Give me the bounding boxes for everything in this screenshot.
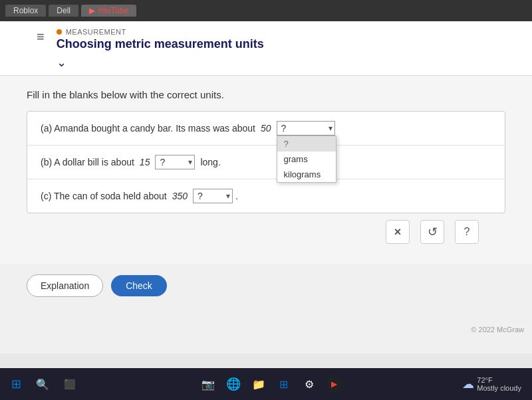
- dropdown-option-kilograms[interactable]: kilograms: [277, 167, 336, 182]
- unit-select-wrapper-b[interactable]: ? cm m km mm: [155, 155, 195, 169]
- question-row-a: (a) Amanda bought a candy bar. Its mass …: [27, 112, 505, 146]
- taskview-button[interactable]: ⬛: [59, 373, 80, 395]
- media-icon: ▶: [327, 376, 342, 392]
- explanation-button[interactable]: Explanation: [27, 274, 103, 297]
- camera-button[interactable]: 📷: [198, 373, 219, 395]
- search-icon: 🔍: [36, 378, 49, 391]
- weather-condition: Mostly cloudy: [477, 384, 521, 392]
- help-button[interactable]: ?: [455, 220, 479, 244]
- store-button[interactable]: ⊞: [273, 373, 295, 395]
- temperature: 72°F: [477, 376, 492, 384]
- main-content: ≡ MEASUREMENT Choosing metric measuremen…: [0, 21, 532, 353]
- unit-select-wrapper-a[interactable]: ? grams kilograms ? grams kilograms: [277, 121, 335, 136]
- unit-select-a[interactable]: ? grams kilograms: [277, 121, 335, 136]
- camera-icon: 📷: [201, 378, 215, 391]
- dropdown-open-a: ? grams kilograms: [277, 136, 336, 183]
- dropdown-option-placeholder[interactable]: ?: [277, 136, 336, 151]
- questions-box: (a) Amanda bought a candy bar. Its mass …: [27, 111, 505, 213]
- windows-icon: ⊞: [11, 377, 21, 391]
- close-button[interactable]: ×: [386, 220, 410, 244]
- category-label: MEASUREMENT: [57, 28, 519, 36]
- question-row-b: (b) A dollar bill is about 15 ? cm m km …: [27, 146, 505, 179]
- taskbar-right: ☁ 72°F Mostly cloudy: [462, 376, 527, 392]
- files-button[interactable]: 📁: [248, 373, 269, 395]
- copyright-text: © 2022 McGraw: [471, 326, 524, 334]
- search-button[interactable]: 🔍: [32, 373, 53, 395]
- undo-button[interactable]: ↺: [420, 220, 444, 244]
- category-dot: [57, 29, 62, 35]
- settings-icon: ⚙: [305, 378, 314, 391]
- hamburger-icon[interactable]: ≡: [37, 29, 45, 44]
- question-text-a: (a) Amanda bought a candy bar. Its mass …: [41, 121, 335, 136]
- question-text-c: (c) The can of soda held about 350 ? mL …: [41, 189, 238, 203]
- tab-youtube[interactable]: ▶ YouTube: [81, 5, 136, 17]
- media-button[interactable]: ▶: [324, 373, 345, 395]
- start-button[interactable]: ⊞: [5, 373, 27, 395]
- taskbar: ⊞ 🔍 ⬛ 📷 🌐 📁 ⊞ ⚙ ▶ ☁ 72°F Mostl: [0, 368, 532, 400]
- question-row-c: (c) The can of soda held about 350 ? mL …: [27, 179, 505, 213]
- unit-select-wrapper-c[interactable]: ? mL L: [193, 189, 233, 203]
- youtube-icon: ▶: [89, 6, 95, 15]
- weather-info: 72°F Mostly cloudy: [477, 376, 521, 392]
- tab-roblox[interactable]: Roblox: [5, 5, 46, 17]
- question-area: Fill in the blanks below with the correc…: [0, 76, 532, 264]
- unit-select-b[interactable]: ? cm m km mm: [155, 155, 195, 169]
- bottom-buttons: Explanation Check: [0, 264, 532, 308]
- question-text-b: (b) A dollar bill is about 15 ? cm m km …: [41, 155, 221, 169]
- dropdown-option-grams[interactable]: grams: [277, 151, 336, 167]
- files-icon: 📁: [252, 378, 265, 391]
- action-buttons-area: × ↺ ?: [27, 213, 505, 250]
- taskbar-left: ⊞ 🔍 ⬛: [5, 373, 80, 395]
- tab-area: Roblox Dell ▶ YouTube: [5, 5, 136, 17]
- tab-dell[interactable]: Dell: [49, 5, 78, 17]
- taskbar-center: 📷 🌐 📁 ⊞ ⚙ ▶: [198, 373, 345, 395]
- unit-select-c[interactable]: ? mL L: [193, 189, 233, 203]
- edge-button[interactable]: 🌐: [223, 373, 244, 395]
- page-header: ≡ MEASUREMENT Choosing metric measuremen…: [0, 21, 532, 76]
- chevron-down-icon[interactable]: ⌄: [57, 55, 519, 70]
- settings-button[interactable]: ⚙: [299, 373, 320, 395]
- browser-bar: Roblox Dell ▶ YouTube: [0, 0, 532, 21]
- taskview-icon: ⬛: [64, 379, 75, 389]
- cloud-icon: ☁: [462, 377, 474, 391]
- store-icon: ⊞: [279, 378, 288, 391]
- header-text: MEASUREMENT Choosing metric measurement …: [57, 28, 519, 70]
- check-button[interactable]: Check: [111, 275, 167, 296]
- instruction-text: Fill in the blanks below with the correc…: [27, 89, 505, 100]
- edge-icon: 🌐: [226, 377, 241, 391]
- page-title: Choosing metric measurement units: [57, 37, 519, 51]
